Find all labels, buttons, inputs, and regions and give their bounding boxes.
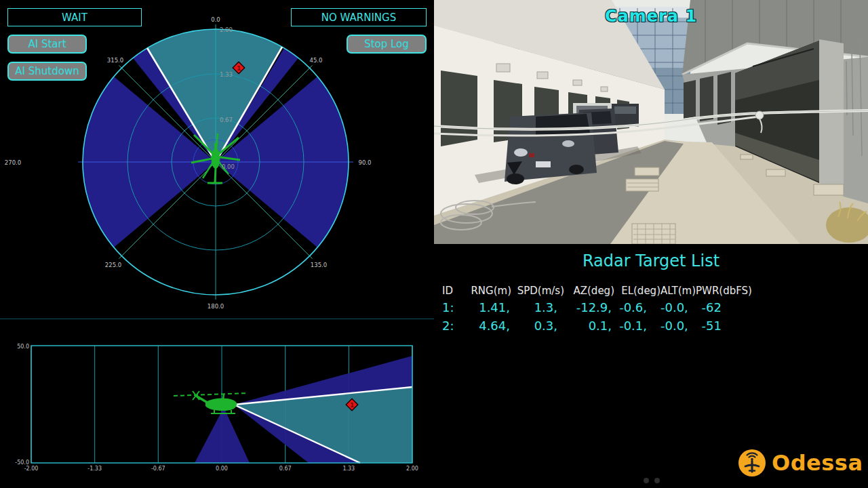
svg-text:0.67: 0.67	[220, 117, 233, 123]
col-spd: SPD(m/s)	[511, 285, 564, 297]
ai-shutdown-button[interactable]: AI Shutdown	[7, 62, 87, 81]
stop-log-button[interactable]: Stop Log	[347, 35, 427, 54]
elevation-y-tick-labels: 50.0 -50.0	[15, 344, 29, 466]
col-rng: RNG(m)	[454, 285, 511, 297]
svg-text:45.0: 45.0	[310, 57, 323, 64]
svg-text:2.00: 2.00	[406, 466, 418, 472]
ownship-helicopter-side-icon	[174, 391, 248, 413]
svg-text:225.0: 225.0	[105, 262, 121, 268]
target-row-1: 1: 1.41, 1.3, -12.9, -0.6, -0.0, -62	[441, 300, 746, 314]
svg-text:1.33: 1.33	[342, 466, 355, 472]
col-alt: ALT(m)	[660, 285, 696, 297]
svg-text:2.00: 2.00	[220, 26, 233, 33]
page-indicator-dot-2[interactable]	[654, 478, 660, 483]
odessa-drone-icon	[738, 449, 766, 477]
svg-text:0.00: 0.00	[222, 163, 235, 170]
svg-text:-0.67: -0.67	[151, 466, 165, 472]
col-el: EL(deg)	[614, 285, 660, 297]
left-panel: 1 0.0 45.0 90.0 135.0 180.0 225.0 270.0 …	[0, 0, 434, 488]
svg-text:1.33: 1.33	[220, 71, 233, 78]
svg-text:135.0: 135.0	[311, 262, 327, 268]
target-row-2: 2: 4.64, 0.3, 0.1, -0.1, -0.0, -51	[441, 319, 746, 333]
elevation-target-id-label: 1	[350, 402, 354, 409]
target-list-title: Radar Target List	[434, 251, 868, 270]
mode-indicator: WAIT	[7, 8, 142, 26]
brand-name: Odessa	[772, 450, 863, 476]
elevation-x-tick-labels: -2.00 -1.33 -0.67 0.00 0.67 1.33 2.00	[24, 466, 418, 472]
radar-console-app: 1 0.0 45.0 90.0 135.0 180.0 225.0 270.0 …	[0, 0, 868, 488]
target-list-header: ID RNG(m) SPD(m/s) AZ(deg) EL(deg) ALT(m…	[441, 285, 746, 297]
svg-text:180.0: 180.0	[208, 303, 224, 310]
page-indicator-dot-1[interactable]	[644, 478, 649, 483]
ai-start-button[interactable]: AI Start	[7, 35, 87, 54]
svg-text:0.00: 0.00	[216, 466, 228, 472]
svg-text:-50.0: -50.0	[15, 460, 29, 466]
camera-feed	[434, 0, 868, 244]
svg-text:270.0: 270.0	[5, 159, 21, 166]
elevation-plot: 1 -2.00 -1.33 -0.67 0.00 0.67 1.33 2.00 …	[0, 319, 434, 488]
svg-text:-1.33: -1.33	[87, 466, 102, 472]
warning-indicator: NO WARNINGS	[291, 8, 427, 26]
col-az: AZ(deg)	[564, 285, 614, 297]
brand-logo: Odessa	[738, 449, 863, 477]
svg-text:0.67: 0.67	[279, 466, 292, 472]
svg-text:0.0: 0.0	[211, 16, 220, 23]
right-panel: Camera 1 Radar Target List ID RNG(m) SPD…	[434, 0, 868, 488]
radar-target-id-label: 1	[237, 65, 241, 72]
svg-text:50.0: 50.0	[17, 344, 29, 350]
svg-text:90.0: 90.0	[359, 159, 372, 166]
camera-title: Camera 1	[434, 7, 868, 26]
svg-text:315.0: 315.0	[107, 57, 123, 64]
col-pwr: PWR(dbFS)	[696, 285, 746, 297]
col-id: ID	[441, 285, 454, 297]
svg-text:-2.00: -2.00	[24, 466, 39, 472]
dark-hatchback	[505, 113, 597, 184]
